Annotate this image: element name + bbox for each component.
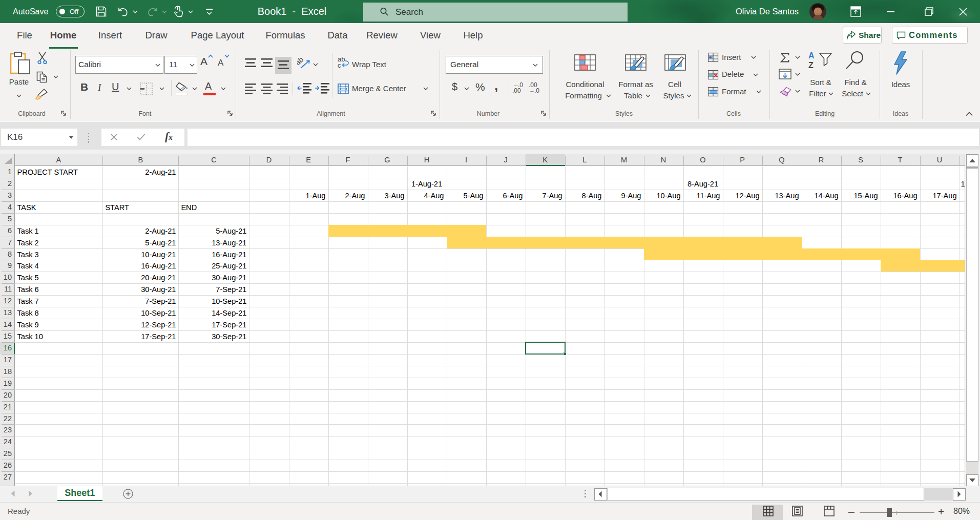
svg-text:A: A: [808, 51, 815, 60]
svg-text:.0: .0: [534, 87, 539, 93]
svg-text:Z: Z: [808, 61, 814, 70]
svg-text:.00: .00: [512, 87, 521, 93]
svg-text:c: c: [338, 61, 341, 69]
